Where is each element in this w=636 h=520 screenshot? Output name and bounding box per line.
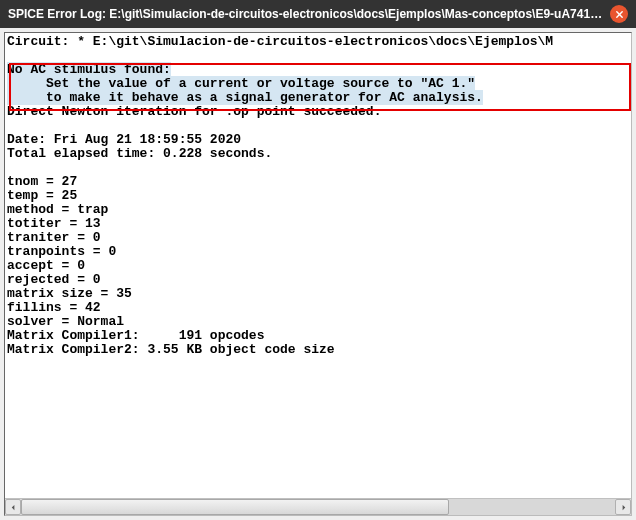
- chevron-right-icon: [620, 504, 627, 511]
- scroll-thumb[interactable]: [21, 499, 449, 515]
- scroll-left-button[interactable]: [5, 499, 21, 515]
- client-area: Circuit: * E:\git\Simulacion-de-circuito…: [0, 28, 636, 520]
- scroll-track[interactable]: [21, 499, 615, 515]
- app-window: SPICE Error Log: E:\git\Simulacion-de-ci…: [0, 0, 636, 520]
- log-content[interactable]: Circuit: * E:\git\Simulacion-de-circuito…: [5, 33, 631, 498]
- scroll-right-button[interactable]: [615, 499, 631, 515]
- horizontal-scrollbar[interactable]: [5, 498, 631, 515]
- svg-marker-3: [622, 504, 625, 509]
- log-text: Circuit: * E:\git\Simulacion-de-circuito…: [7, 35, 629, 357]
- svg-marker-2: [11, 504, 14, 509]
- window-title: SPICE Error Log: E:\git\Simulacion-de-ci…: [8, 7, 604, 21]
- title-bar[interactable]: SPICE Error Log: E:\git\Simulacion-de-ci…: [0, 0, 636, 28]
- log-frame: Circuit: * E:\git\Simulacion-de-circuito…: [4, 32, 632, 516]
- close-icon: [615, 10, 624, 19]
- chevron-left-icon: [10, 504, 17, 511]
- close-button[interactable]: [610, 5, 628, 23]
